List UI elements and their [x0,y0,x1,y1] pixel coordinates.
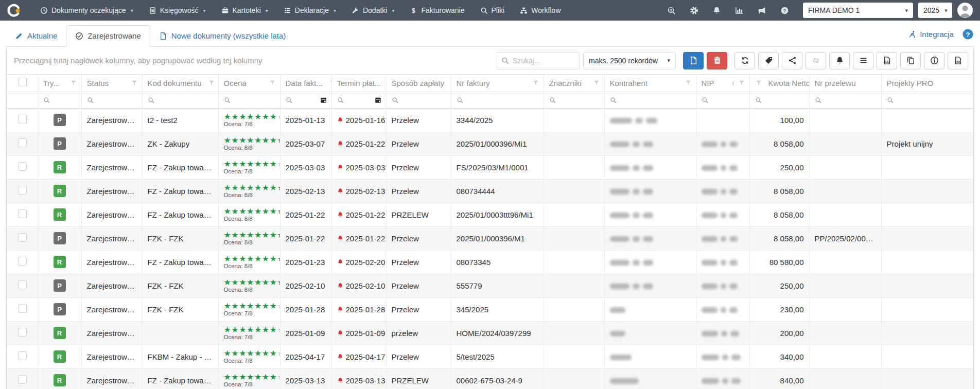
search-icon[interactable] [87,97,94,103]
company-select[interactable]: FIRMA DEMO 1 ▾ [803,3,913,18]
column-header-kod[interactable]: Kod dokumentu [142,75,218,92]
row-checkbox[interactable] [18,375,27,384]
menu-item-workflow[interactable]: Workflow [512,0,568,21]
table-row[interactable]: RZarejestrowaneFZ - Zakup towarow★★★★★★★… [7,179,973,203]
search-icon[interactable] [148,97,154,103]
records-limit-select[interactable]: maks. 2500 rekordów ▾ [583,52,676,69]
row-checkbox[interactable] [18,280,27,289]
column-header-przelew[interactable]: Nr przelewu [809,75,881,92]
filter-funnel-icon[interactable] [755,79,762,86]
search-icon[interactable] [457,97,463,103]
menu-item-dodatki[interactable]: Dodatki▾ [344,0,402,21]
tab-zarejestrowane[interactable]: Zarejestrowane [66,25,150,47]
money-search-icon[interactable]: $ [667,6,676,15]
filter-cell-nip[interactable] [696,92,749,108]
row-checkbox[interactable] [18,328,27,337]
repeat-button[interactable] [806,52,826,69]
calendar-icon[interactable] [374,96,382,104]
column-header-kwota[interactable]: Kwota Netto [749,75,809,92]
search-icon[interactable] [549,97,556,103]
column-header-status[interactable]: Status [81,75,142,92]
row-checkbox[interactable] [18,138,27,147]
row-checkbox[interactable] [18,186,27,194]
search-icon[interactable] [702,97,708,103]
row-checkbox[interactable] [18,209,27,218]
export-pdf-button[interactable]: PDF [948,52,968,69]
table-row[interactable]: RZarejestrowaneFKBM - Zakup - koszt...★★… [7,345,973,368]
filter-funnel-icon[interactable] [685,79,692,86]
info-button[interactable] [924,52,944,69]
row-checkbox[interactable] [18,115,27,123]
table-row[interactable]: PZarejestrowaneZK - Zakupy★★★★★★★★Ocena:… [7,132,973,155]
filter-cell-sposob[interactable] [386,92,451,108]
filter-cell-kontrahent[interactable] [604,92,696,108]
notifications-button[interactable] [829,52,850,69]
filter-cell-status[interactable] [81,92,142,108]
filter-cell-ocena[interactable] [218,92,280,108]
menu-item-deklaracje[interactable]: Deklaracje▾ [276,0,344,21]
table-row[interactable]: PZarejestrowaneFZK - FZK★★★★★★★★Ocena: 8… [7,274,973,297]
row-checkbox[interactable] [18,351,27,360]
filter-funnel-icon[interactable] [593,79,600,86]
column-header-nr[interactable]: Nr faktury [451,75,544,92]
table-row[interactable]: RZarejestrowaneFZ - Zakup towarow★★★★★★★… [7,203,973,226]
search-icon[interactable] [755,97,762,103]
column-header-projekt[interactable]: Projekty PRO [881,75,973,92]
column-header-tryb[interactable]: Try... [38,75,81,92]
column-header-ocena[interactable]: Ocena [218,75,280,92]
filter-cell-tryb[interactable] [38,92,81,108]
table-row[interactable]: PZarejestrowaneFZK - FZK★★★★★★★★Ocena: 7… [7,297,973,321]
filter-cell-kod[interactable] [142,92,218,108]
filter-cell-znaczniki[interactable] [544,92,604,108]
column-header-kontrahent[interactable]: Kontrahent [604,75,696,92]
filter-cell-projekt[interactable] [881,92,973,108]
filter-cell-nr[interactable] [451,92,544,108]
search-icon[interactable] [337,97,344,103]
row-checkbox[interactable] [18,257,27,266]
search-icon[interactable] [887,97,894,103]
search-icon[interactable] [392,97,398,103]
menu-item-fakturowanie[interactable]: $Fakturowanie [402,0,472,21]
menu-button[interactable] [853,52,873,69]
filter-funnel-icon[interactable] [131,79,138,86]
filter-funnel-icon[interactable] [532,79,539,86]
column-header-nip[interactable]: NIP↑ [696,75,749,92]
integration-link[interactable]: Integracja [908,30,954,39]
column-header-termin[interactable]: Termin płat... [331,75,386,92]
delete-button[interactable] [707,52,727,69]
row-checkbox[interactable] [18,304,27,313]
search-input[interactable] [497,52,580,69]
filter-cell-data[interactable] [280,92,331,108]
table-row[interactable]: RZarejestrowaneFZ - Zakup towarow★★★★★★★… [7,155,973,179]
filter-funnel-icon[interactable] [738,79,745,86]
table-row[interactable]: PZarejestrowanet2 - test2★★★★★★★★Ocena: … [7,108,973,132]
filter-funnel-icon[interactable] [70,79,77,86]
tab-aktualne[interactable]: Aktualne [6,26,66,46]
help-icon[interactable]: ? [780,6,789,15]
gear-icon[interactable] [690,6,698,15]
export-xlsx-button[interactable]: XLSX [877,52,897,69]
filter-funnel-icon[interactable] [208,79,215,86]
row-checkbox[interactable] [18,162,27,171]
select-all-checkbox[interactable] [18,78,27,86]
search-icon[interactable] [286,97,292,103]
filter-cell-termin[interactable] [331,92,386,108]
calendar-icon[interactable] [320,96,327,104]
menu-item-dokumenty-oczekuj-ce[interactable]: Dokumenty oczekujące▾ [32,0,141,21]
app-logo-icon[interactable] [7,4,21,17]
bell-icon[interactable] [712,6,721,15]
new-document-button[interactable] [683,52,704,69]
filter-cell-przelew[interactable] [809,92,881,108]
column-header-data[interactable]: Data fakt... [280,75,331,92]
table-row[interactable]: RZarejestrowane★★★★★★★★Ocena: 7/82025-01… [7,321,973,345]
share-button[interactable] [782,52,802,69]
table-row[interactable]: RZarejestrowaneFZ - Zakup towarow★★★★★★★… [7,368,973,389]
search-icon[interactable] [815,97,821,103]
menu-item-pliki[interactable]: Pliki [472,0,513,21]
refresh-button[interactable] [734,52,755,69]
tab-nowe-dokumenty-wszystkie-lata-[interactable]: Nowe dokumenty (wszystkie lata) [150,26,295,46]
user-avatar[interactable] [957,3,973,18]
filter-funnel-icon[interactable] [269,79,276,86]
table-row[interactable]: PZarejestrowaneFZK - FZK★★★★★★★★Ocena: 8… [7,226,973,250]
menu-item-kartoteki[interactable]: Kartoteki▾ [214,0,276,21]
